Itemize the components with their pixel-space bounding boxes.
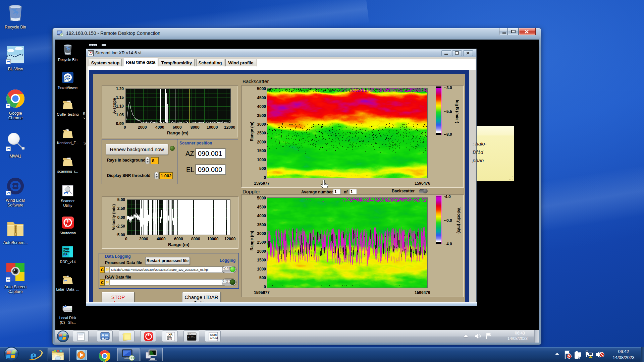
svg-text:XR: XR	[168, 333, 173, 336]
svg-text:C:\_: C:\_	[188, 333, 193, 335]
svg-text:!: !	[590, 356, 591, 359]
svg-text:sched: sched	[210, 337, 218, 340]
svg-text:Scan: Scan	[210, 333, 217, 337]
svg-text:C:\>_: C:\>_	[188, 336, 195, 338]
